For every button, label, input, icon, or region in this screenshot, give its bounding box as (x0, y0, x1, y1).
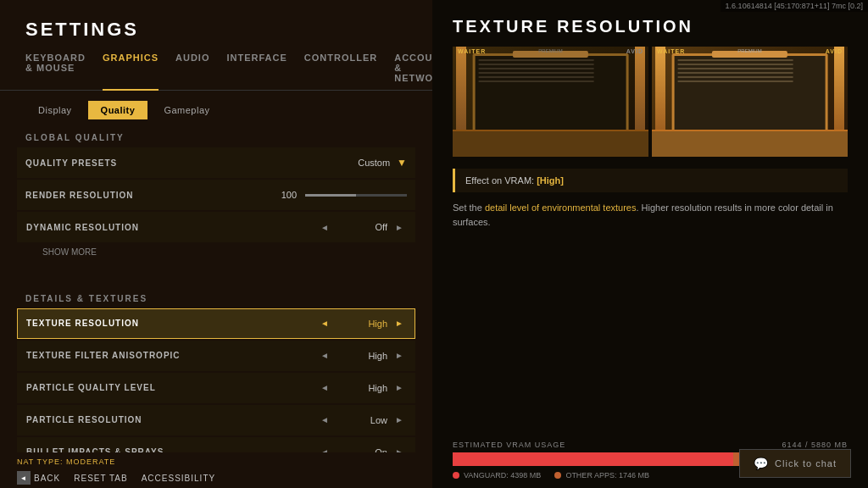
tavern-scene-right: WAITER AVID PREMIUM (652, 47, 848, 157)
texture-resolution-value: High (337, 319, 387, 329)
particle-resolution-controls: ◄ Low ► (318, 413, 406, 427)
avid-label-right: AVID (826, 48, 843, 54)
quality-presets-label: QUALITY PRESETS (25, 158, 117, 168)
frame-left-r (655, 47, 665, 130)
texture-filter-controls: ◄ High ► (318, 349, 406, 363)
particle-quality-right[interactable]: ► (392, 381, 406, 395)
show-more-btn[interactable]: SHOW MORE (34, 244, 398, 260)
dynamic-resolution-controls: ◄ Off ► (318, 220, 406, 234)
vram-total: 6144 / 5880 MB (782, 441, 848, 449)
right-panel: TEXTURE RESOLUTION (432, 0, 868, 488)
board-line-r3 (677, 68, 793, 69)
preview-image-left: WAITER AVID PREMIUM (453, 47, 648, 157)
board-line-5 (478, 76, 594, 78)
board-line-2 (478, 64, 594, 65)
nat-type-value: MODERATE (66, 458, 115, 466)
vram-label: ESTIMATED VRAM USAGE (453, 441, 565, 449)
page-title: SETTINGS (0, 0, 432, 49)
bottom-section: NAT TYPE: MODERATE ◄ BACK RESET TAB ACCE… (0, 452, 432, 488)
tab-interface[interactable]: INTERFACE (226, 49, 287, 90)
board-line-4 (478, 72, 594, 74)
texture-resolution-row[interactable]: TEXTURE RESOLUTION ◄ High ► (17, 308, 415, 339)
description-text: Set the detail level of environmental te… (453, 201, 848, 229)
bullet-impacts-right[interactable]: ► (392, 446, 406, 453)
reset-tab-button[interactable]: RESET TAB (74, 474, 127, 483)
tavern-scene-left: WAITER AVID PREMIUM (453, 47, 648, 157)
vram-effect-label: Effect on VRAM: (465, 175, 534, 186)
sub-tab-quality[interactable]: Quality (88, 101, 148, 119)
tavern-counter-left (453, 130, 648, 158)
board-line-r5 (677, 76, 793, 78)
global-quality-header: GLOBAL QUALITY (0, 126, 432, 147)
dynamic-resolution-left[interactable]: ◄ (318, 220, 331, 234)
quality-presets-value-container[interactable]: Custom ▼ (339, 157, 407, 169)
particle-quality-left[interactable]: ◄ (318, 381, 331, 395)
tavern-board-right (671, 53, 828, 136)
vanguard-legend-label: VANGUARD: 4398 MB (464, 471, 541, 480)
bottom-buttons: ◄ BACK RESET TAB ACCESSIBILITY (17, 471, 415, 485)
tab-keyboard-mouse[interactable]: KEYBOARD & MOUSE (25, 49, 86, 90)
tab-audio[interactable]: AUDIO (175, 49, 209, 90)
back-arrow-icon: ◄ (17, 471, 31, 485)
chat-icon: 💬 (754, 457, 768, 470)
frame-right (635, 47, 645, 130)
texture-resolution-label: TEXTURE RESOLUTION (26, 319, 139, 328)
particle-resolution-value: Low (337, 415, 387, 425)
other-legend-label: OTHER APPS: 1746 MB (565, 471, 649, 480)
tavern-board-left (472, 53, 629, 136)
render-resolution-label: RENDER RESOLUTION (25, 191, 134, 200)
preview-image-right: WAITER AVID PREMIUM (652, 47, 848, 157)
vram-effect-box: Effect on VRAM: [High] (453, 169, 848, 192)
dynamic-resolution-label: DYNAMIC RESOLUTION (26, 223, 139, 232)
left-panel: SETTINGS KEYBOARD & MOUSE GRAPHICS AUDIO… (0, 0, 432, 488)
board-line-1 (478, 59, 594, 61)
quality-presets-value: Custom (339, 158, 390, 168)
vram-bar-vanguard (453, 452, 733, 466)
render-resolution-slider[interactable] (305, 194, 407, 197)
board-line-3 (478, 68, 594, 69)
tab-graphics[interactable]: GRAPHICS (103, 49, 159, 90)
version-text: 1.6.10614814 [45:170:871+11] 7mc [0.2] (721, 0, 868, 12)
sub-tab-gameplay[interactable]: Gameplay (151, 101, 222, 119)
board-line-r1 (677, 59, 793, 61)
render-resolution-value: 100 (246, 190, 297, 200)
back-label: BACK (34, 474, 60, 483)
tab-controller[interactable]: CONTROLLER (304, 49, 377, 90)
particle-quality-label: PARTICLE QUALITY LEVEL (26, 383, 156, 392)
dynamic-resolution-right[interactable]: ► (392, 220, 406, 234)
tavern-counter-right (652, 130, 848, 158)
texture-resolution-right[interactable]: ► (392, 317, 406, 330)
board-line-r2 (677, 64, 793, 65)
texture-filter-value: High (337, 351, 387, 361)
dropdown-arrow-icon: ▼ (397, 157, 407, 169)
vram-header: ESTIMATED VRAM USAGE 6144 / 5880 MB (453, 441, 848, 449)
bullet-impacts-left[interactable]: ◄ (318, 446, 331, 453)
texture-filter-left[interactable]: ◄ (318, 349, 331, 363)
accessibility-button[interactable]: ACCESSIBILITY (142, 474, 215, 483)
quality-presets-row: QUALITY PRESETS Custom ▼ (17, 147, 415, 178)
texture-filter-right[interactable]: ► (392, 349, 406, 363)
render-resolution-row: RENDER RESOLUTION 100 (17, 180, 415, 210)
back-button[interactable]: ◄ BACK (17, 471, 60, 485)
bullet-impacts-controls: ◄ On ► (318, 446, 406, 453)
avid-label-left: AVID (626, 48, 643, 54)
vanguard-dot (453, 472, 459, 479)
details-list: TEXTURE RESOLUTION ◄ High ► TEXTURE FILT… (0, 308, 432, 453)
vram-effect-value: [High] (537, 175, 564, 186)
bullet-impacts-row: BULLET IMPACTS & SPRAYS ◄ On ► (17, 437, 415, 453)
board-line-r4 (677, 72, 793, 74)
premium-label-right: PREMIUM (737, 48, 761, 53)
chat-button[interactable]: 💬 Click to chat (739, 449, 851, 478)
settings-list: QUALITY PRESETS Custom ▼ RENDER RESOLUTI… (0, 147, 432, 292)
vram-legend-vanguard: VANGUARD: 4398 MB (453, 471, 541, 480)
particle-quality-value: High (337, 383, 387, 393)
texture-resolution-left[interactable]: ◄ (318, 317, 331, 330)
waiter-label-left: WAITER (458, 48, 486, 54)
particle-resolution-left[interactable]: ◄ (318, 413, 331, 427)
nat-type: NAT TYPE: MODERATE (17, 458, 415, 466)
sub-tab-display[interactable]: Display (25, 101, 85, 119)
details-textures-header: DETAILS & TEXTURES (0, 292, 432, 308)
nat-type-label: NAT TYPE: (17, 458, 64, 466)
particle-resolution-right[interactable]: ► (392, 413, 406, 427)
dynamic-resolution-value: Off (337, 222, 387, 232)
